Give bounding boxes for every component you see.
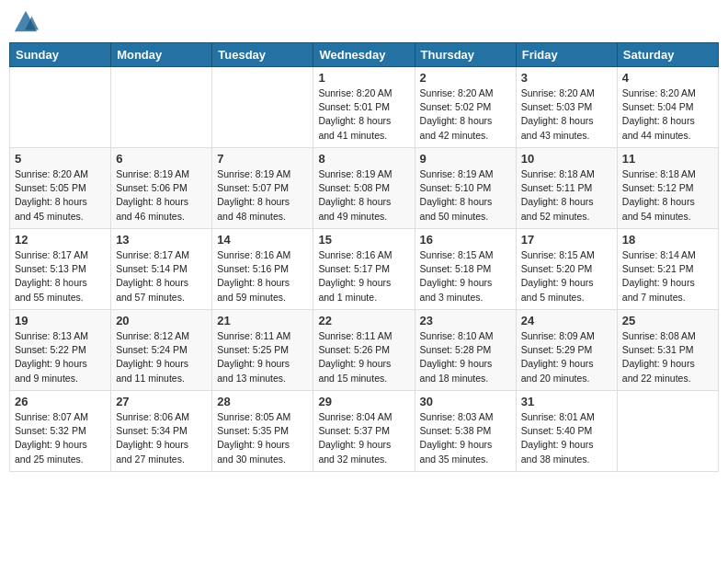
logo bbox=[13, 9, 42, 35]
day-number: 24 bbox=[521, 314, 612, 327]
day-number: 26 bbox=[15, 395, 106, 408]
day-number: 29 bbox=[318, 395, 409, 408]
calendar-week-row: 19Sunrise: 8:13 AM Sunset: 5:22 PM Dayli… bbox=[10, 310, 719, 391]
day-info: Sunrise: 8:16 AM Sunset: 5:17 PM Dayligh… bbox=[318, 248, 409, 304]
calendar-week-row: 12Sunrise: 8:17 AM Sunset: 5:13 PM Dayli… bbox=[10, 229, 719, 310]
weekday-header: Saturday bbox=[617, 43, 718, 67]
calendar-cell: 1Sunrise: 8:20 AM Sunset: 5:01 PM Daylig… bbox=[313, 67, 415, 148]
day-number: 22 bbox=[318, 314, 409, 327]
day-number: 9 bbox=[420, 152, 511, 166]
calendar-cell: 17Sunrise: 8:15 AM Sunset: 5:20 PM Dayli… bbox=[516, 229, 617, 310]
calendar-cell: 6Sunrise: 8:19 AM Sunset: 5:06 PM Daylig… bbox=[111, 148, 212, 229]
day-number: 11 bbox=[622, 152, 713, 166]
day-info: Sunrise: 8:11 AM Sunset: 5:25 PM Dayligh… bbox=[217, 329, 308, 385]
day-info: Sunrise: 8:06 AM Sunset: 5:34 PM Dayligh… bbox=[116, 410, 207, 466]
day-info: Sunrise: 8:20 AM Sunset: 5:03 PM Dayligh… bbox=[521, 86, 612, 143]
calendar-cell: 29Sunrise: 8:04 AM Sunset: 5:37 PM Dayli… bbox=[313, 391, 415, 472]
calendar-cell: 14Sunrise: 8:16 AM Sunset: 5:16 PM Dayli… bbox=[212, 229, 313, 310]
day-info: Sunrise: 8:18 AM Sunset: 5:12 PM Dayligh… bbox=[622, 167, 713, 224]
page-header bbox=[9, 9, 719, 35]
calendar-cell: 20Sunrise: 8:12 AM Sunset: 5:24 PM Dayli… bbox=[111, 310, 212, 391]
day-info: Sunrise: 8:20 AM Sunset: 5:04 PM Dayligh… bbox=[622, 86, 713, 143]
weekday-header: Tuesday bbox=[212, 43, 313, 67]
weekday-header: Wednesday bbox=[313, 43, 415, 67]
calendar-cell: 28Sunrise: 8:05 AM Sunset: 5:35 PM Dayli… bbox=[212, 391, 313, 472]
calendar-cell: 12Sunrise: 8:17 AM Sunset: 5:13 PM Dayli… bbox=[10, 229, 111, 310]
calendar-week-row: 26Sunrise: 8:07 AM Sunset: 5:32 PM Dayli… bbox=[10, 391, 719, 472]
day-info: Sunrise: 8:16 AM Sunset: 5:16 PM Dayligh… bbox=[217, 248, 308, 304]
day-number: 31 bbox=[521, 395, 612, 408]
day-number: 3 bbox=[521, 71, 612, 85]
calendar-cell: 31Sunrise: 8:01 AM Sunset: 5:40 PM Dayli… bbox=[516, 391, 617, 472]
day-number: 2 bbox=[420, 71, 511, 85]
calendar-cell: 27Sunrise: 8:06 AM Sunset: 5:34 PM Dayli… bbox=[111, 391, 212, 472]
calendar-cell: 15Sunrise: 8:16 AM Sunset: 5:17 PM Dayli… bbox=[313, 229, 415, 310]
calendar-cell: 10Sunrise: 8:18 AM Sunset: 5:11 PM Dayli… bbox=[516, 148, 617, 229]
day-info: Sunrise: 8:07 AM Sunset: 5:32 PM Dayligh… bbox=[15, 410, 106, 466]
day-info: Sunrise: 8:17 AM Sunset: 5:13 PM Dayligh… bbox=[15, 248, 106, 304]
day-info: Sunrise: 8:19 AM Sunset: 5:07 PM Dayligh… bbox=[217, 167, 308, 224]
day-number: 10 bbox=[521, 152, 612, 166]
day-number: 27 bbox=[116, 395, 207, 408]
day-number: 25 bbox=[622, 314, 713, 327]
day-number: 8 bbox=[318, 152, 409, 166]
day-info: Sunrise: 8:17 AM Sunset: 5:14 PM Dayligh… bbox=[116, 248, 207, 304]
weekday-header: Friday bbox=[516, 43, 617, 67]
logo-icon bbox=[13, 9, 39, 35]
day-number: 30 bbox=[420, 395, 511, 408]
day-number: 4 bbox=[622, 71, 713, 85]
day-number: 6 bbox=[116, 152, 207, 166]
day-info: Sunrise: 8:12 AM Sunset: 5:24 PM Dayligh… bbox=[116, 329, 207, 385]
day-number: 20 bbox=[116, 314, 207, 327]
day-info: Sunrise: 8:09 AM Sunset: 5:29 PM Dayligh… bbox=[521, 329, 612, 385]
calendar-cell: 5Sunrise: 8:20 AM Sunset: 5:05 PM Daylig… bbox=[10, 148, 111, 229]
calendar-cell: 26Sunrise: 8:07 AM Sunset: 5:32 PM Dayli… bbox=[10, 391, 111, 472]
calendar-cell: 22Sunrise: 8:11 AM Sunset: 5:26 PM Dayli… bbox=[313, 310, 415, 391]
calendar-cell bbox=[10, 67, 111, 148]
day-number: 19 bbox=[15, 314, 106, 327]
day-info: Sunrise: 8:01 AM Sunset: 5:40 PM Dayligh… bbox=[521, 410, 612, 466]
day-info: Sunrise: 8:19 AM Sunset: 5:06 PM Dayligh… bbox=[116, 167, 207, 224]
day-info: Sunrise: 8:13 AM Sunset: 5:22 PM Dayligh… bbox=[15, 329, 106, 385]
day-number: 7 bbox=[217, 152, 308, 166]
day-info: Sunrise: 8:11 AM Sunset: 5:26 PM Dayligh… bbox=[318, 329, 409, 385]
calendar-cell: 30Sunrise: 8:03 AM Sunset: 5:38 PM Dayli… bbox=[415, 391, 516, 472]
calendar-cell: 11Sunrise: 8:18 AM Sunset: 5:12 PM Dayli… bbox=[617, 148, 718, 229]
day-info: Sunrise: 8:20 AM Sunset: 5:02 PM Dayligh… bbox=[420, 86, 511, 143]
calendar-cell: 3Sunrise: 8:20 AM Sunset: 5:03 PM Daylig… bbox=[516, 67, 617, 148]
day-info: Sunrise: 8:19 AM Sunset: 5:10 PM Dayligh… bbox=[420, 167, 511, 224]
day-info: Sunrise: 8:18 AM Sunset: 5:11 PM Dayligh… bbox=[521, 167, 612, 224]
calendar-week-row: 1Sunrise: 8:20 AM Sunset: 5:01 PM Daylig… bbox=[10, 67, 719, 148]
day-info: Sunrise: 8:10 AM Sunset: 5:28 PM Dayligh… bbox=[420, 329, 511, 385]
day-number: 14 bbox=[217, 233, 308, 247]
weekday-header: Sunday bbox=[10, 43, 111, 67]
day-info: Sunrise: 8:05 AM Sunset: 5:35 PM Dayligh… bbox=[217, 410, 308, 466]
calendar-header-row: SundayMondayTuesdayWednesdayThursdayFrid… bbox=[10, 43, 719, 67]
day-number: 15 bbox=[318, 233, 409, 247]
day-info: Sunrise: 8:14 AM Sunset: 5:21 PM Dayligh… bbox=[622, 248, 713, 304]
calendar-cell: 25Sunrise: 8:08 AM Sunset: 5:31 PM Dayli… bbox=[617, 310, 718, 391]
day-number: 5 bbox=[15, 152, 106, 166]
day-info: Sunrise: 8:20 AM Sunset: 5:05 PM Dayligh… bbox=[15, 167, 106, 224]
day-info: Sunrise: 8:04 AM Sunset: 5:37 PM Dayligh… bbox=[318, 410, 409, 466]
calendar-cell bbox=[617, 391, 718, 472]
calendar-cell: 24Sunrise: 8:09 AM Sunset: 5:29 PM Dayli… bbox=[516, 310, 617, 391]
weekday-header: Monday bbox=[111, 43, 212, 67]
day-info: Sunrise: 8:20 AM Sunset: 5:01 PM Dayligh… bbox=[318, 86, 409, 143]
calendar-cell: 18Sunrise: 8:14 AM Sunset: 5:21 PM Dayli… bbox=[617, 229, 718, 310]
day-number: 1 bbox=[318, 71, 409, 85]
day-number: 16 bbox=[420, 233, 511, 247]
calendar-cell: 9Sunrise: 8:19 AM Sunset: 5:10 PM Daylig… bbox=[415, 148, 516, 229]
calendar-cell bbox=[212, 67, 313, 148]
calendar-table: SundayMondayTuesdayWednesdayThursdayFrid… bbox=[9, 42, 719, 472]
day-number: 21 bbox=[217, 314, 308, 327]
calendar-cell: 7Sunrise: 8:19 AM Sunset: 5:07 PM Daylig… bbox=[212, 148, 313, 229]
calendar-cell: 2Sunrise: 8:20 AM Sunset: 5:02 PM Daylig… bbox=[415, 67, 516, 148]
day-number: 18 bbox=[622, 233, 713, 247]
calendar-cell: 19Sunrise: 8:13 AM Sunset: 5:22 PM Dayli… bbox=[10, 310, 111, 391]
day-number: 12 bbox=[15, 233, 106, 247]
calendar-cell: 8Sunrise: 8:19 AM Sunset: 5:08 PM Daylig… bbox=[313, 148, 415, 229]
calendar-cell: 21Sunrise: 8:11 AM Sunset: 5:25 PM Dayli… bbox=[212, 310, 313, 391]
calendar-cell: 16Sunrise: 8:15 AM Sunset: 5:18 PM Dayli… bbox=[415, 229, 516, 310]
day-info: Sunrise: 8:15 AM Sunset: 5:18 PM Dayligh… bbox=[420, 248, 511, 304]
